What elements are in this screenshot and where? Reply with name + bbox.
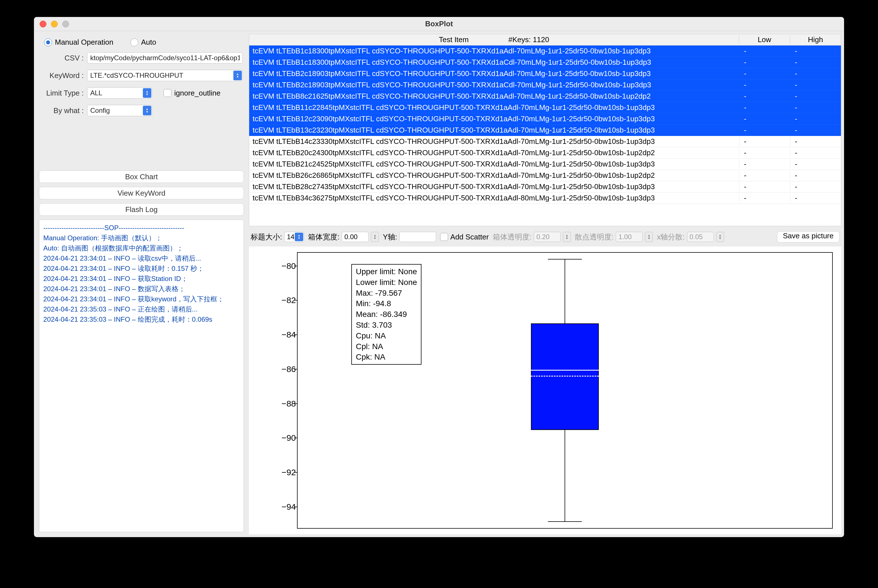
table-body[interactable]: tcEVM tLTEbB1c18300tpMXstcITFL cdSYCO-TH… (249, 45, 841, 226)
bywhat-value[interactable] (87, 105, 152, 116)
table-row[interactable]: tcEVM tLTEbB14c23330tpMXstcITFL cdSYCO-T… (249, 136, 841, 147)
ignore-outline-checkbox[interactable]: ignore_outline (164, 89, 220, 98)
mode-row: Manual Operation Auto (39, 36, 244, 52)
cell-high: - (790, 194, 841, 202)
flash-log-button[interactable]: Flash Log (39, 203, 244, 216)
csv-label: CSV : (39, 54, 87, 63)
box-alpha-control: 箱体透明度: (493, 232, 571, 242)
title-size-select[interactable] (284, 232, 304, 242)
cell-low: - (739, 148, 790, 157)
table-row[interactable]: tcEVM tLTEbB28c27435tpMXstcITFL cdSYCO-T… (249, 181, 841, 192)
chevron-updown-icon (233, 70, 242, 80)
close-icon[interactable] (40, 21, 47, 27)
y-tick-mark (294, 300, 297, 300)
cell-item: tcEVM tLTEbB8c21625tpMXstcITFL cdSYCO-TH… (249, 92, 739, 100)
limit-label: Limit Type : (39, 89, 87, 98)
box-alpha-input (534, 232, 561, 242)
table-row[interactable]: tcEVM tLTEbB26c26865tpMXstcITFL cdSYCO-T… (249, 170, 841, 181)
header-test-item: Test Item (439, 35, 468, 44)
table-row[interactable]: tcEVM tLTEbB34c36275tpMXstcITFL cdSYCO-T… (249, 192, 841, 204)
yaxis-input[interactable] (399, 232, 436, 242)
table-row[interactable]: tcEVM tLTEbB12c23090tpMXstcITFL cdSYCO-T… (249, 113, 841, 124)
whisker-line (565, 259, 565, 323)
title-size-control: 标题大小: (251, 232, 304, 242)
checkbox-icon (440, 233, 448, 241)
cell-item: tcEVM tLTEbB34c36275tpMXstcITFL cdSYCO-T… (249, 194, 739, 202)
y-tick-label: −88 (274, 399, 296, 408)
minimize-icon[interactable] (51, 21, 58, 27)
titlebar: BoxPlot (34, 17, 844, 31)
cell-high: - (790, 160, 841, 168)
whisker-line (565, 430, 565, 521)
log-line: 2024-04-21 23:34:01 – INFO – 读取csv中，请稍后.… (43, 253, 240, 264)
cell-low: - (739, 171, 790, 180)
spinner-icon[interactable] (371, 232, 379, 242)
left-panel: Manual Operation Auto CSV : KeyWord : (34, 31, 249, 537)
table-row[interactable]: tcEVM tLTEbB20c24300tpMXstcITFL cdSYCO-T… (249, 147, 841, 159)
radio-manual[interactable]: Manual Operation (44, 38, 113, 46)
cell-item: tcEVM tLTEbB21c24525tpMXstcITFL cdSYCO-T… (249, 160, 739, 168)
scatter-alpha-input (616, 232, 643, 242)
box-chart-button[interactable]: Box Chart (39, 171, 244, 183)
whisker-cap (548, 521, 582, 522)
chevron-updown-icon (295, 232, 303, 241)
test-item-table: Test Item #Keys: 1120 Low High tcEVM tLT… (249, 34, 841, 226)
y-tick-label: −84 (274, 330, 296, 339)
th-low[interactable]: Low (739, 35, 790, 44)
table-row[interactable]: tcEVM tLTEbB11c22845tpMXstcITFL cdSYCO-T… (249, 102, 841, 113)
table-row[interactable]: tcEVM tLTEbB2c18903tpMXstcITFL cdSYCO-TH… (249, 80, 841, 91)
save-picture-button[interactable]: Save as picture (777, 231, 839, 243)
cell-low: - (739, 46, 790, 56)
limit-value[interactable] (87, 87, 152, 99)
y-tick-mark (294, 404, 297, 404)
keyword-value[interactable] (87, 70, 243, 81)
log-line: 2024-04-21 23:34:01 – INFO – 读取耗时：0.157 … (43, 264, 240, 274)
box-width-input[interactable] (342, 232, 368, 242)
table-row[interactable]: tcEVM tLTEbB13c23230tpMXstcITFL cdSYCO-T… (249, 124, 841, 136)
info-line: Upper limit: None (356, 266, 417, 277)
yaxis-label: Y轴: (383, 232, 397, 242)
csv-input[interactable] (87, 52, 243, 64)
cell-high: - (790, 114, 841, 123)
table-row[interactable]: tcEVM tLTEbB1c18300tpMXstcITFL cdSYCO-TH… (249, 57, 841, 68)
log-line: Manual Operation: 手动画图（默认）； (43, 233, 240, 243)
info-line: Std: 3.703 (356, 320, 417, 330)
stats-info-box: Upper limit: NoneLower limit: NoneMax: -… (351, 264, 421, 364)
cell-high: - (790, 58, 841, 67)
cell-item: tcEVM tLTEbB14c23330tpMXstcITFL cdSYCO-T… (249, 137, 739, 146)
bywhat-select[interactable] (87, 105, 152, 116)
cell-low: - (739, 160, 790, 168)
log-panel[interactable]: ---------------------------SOP----------… (39, 220, 244, 532)
maximize-icon[interactable] (62, 21, 69, 27)
y-tick-label: −82 (274, 296, 296, 305)
table-row[interactable]: tcEVM tLTEbB8c21625tpMXstcITFL cdSYCO-TH… (249, 91, 841, 102)
y-tick-mark (294, 472, 297, 472)
table-row[interactable]: tcEVM tLTEbB1c18300tpMXstcITFL cdSYCO-TH… (249, 45, 841, 57)
cell-high: - (790, 69, 841, 78)
cell-item: tcEVM tLTEbB12c23090tpMXstcITFL cdSYCO-T… (249, 114, 739, 123)
cell-item: tcEVM tLTEbB28c27435tpMXstcITFL cdSYCO-T… (249, 182, 739, 191)
log-line: ---------------------------SOP----------… (43, 223, 240, 233)
table-row[interactable]: tcEVM tLTEbB2c18903tpMXstcITFL cdSYCO-TH… (249, 68, 841, 80)
log-line: 2024-04-21 23:34:01 – INFO – 获取Station I… (43, 274, 240, 284)
row-bywhat: By what : (39, 105, 244, 116)
th-test-item[interactable]: Test Item #Keys: 1120 (249, 35, 739, 44)
chart-controls: 标题大小: 箱体宽度: Y轴: Add Scat (249, 226, 841, 246)
ignore-outline-label: ignore_outline (174, 89, 220, 98)
cell-high: - (790, 182, 841, 191)
y-tick-mark (294, 507, 297, 507)
view-keyword-button[interactable]: View KeyWord (39, 187, 244, 199)
radio-auto[interactable]: Auto (131, 38, 156, 46)
th-high[interactable]: High (790, 35, 841, 44)
cell-high: - (790, 171, 841, 180)
y-tick-label: −80 (274, 261, 296, 271)
bywhat-label: By what : (39, 106, 87, 115)
keyword-label: KeyWord : (39, 71, 87, 80)
y-tick-label: −94 (274, 502, 296, 512)
limit-select[interactable] (87, 87, 152, 99)
chevron-updown-icon (143, 88, 151, 98)
table-row[interactable]: tcEVM tLTEbB21c24525tpMXstcITFL cdSYCO-T… (249, 159, 841, 170)
keyword-select[interactable] (87, 70, 243, 81)
median-line (531, 370, 599, 370)
add-scatter-checkbox[interactable]: Add Scatter (440, 232, 489, 242)
